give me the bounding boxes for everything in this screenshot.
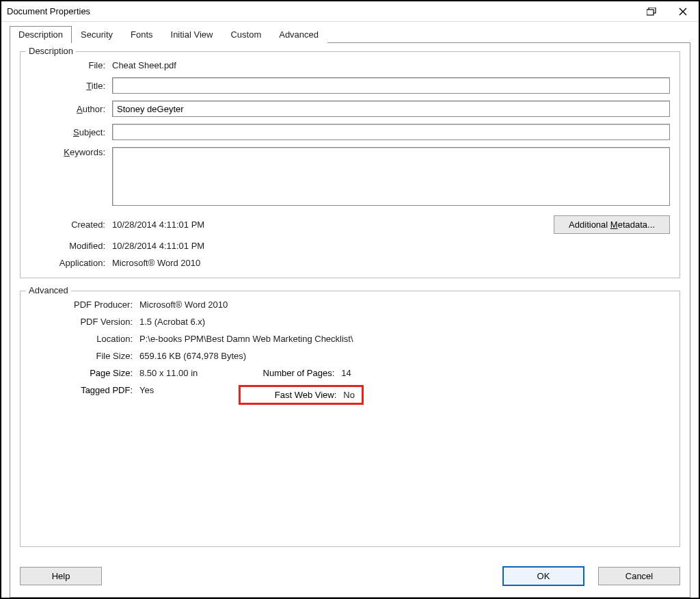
cancel-button[interactable]: Cancel	[598, 567, 680, 585]
group-description-legend: Description	[26, 46, 76, 56]
tab-custom[interactable]: Custom	[221, 26, 270, 43]
dialog-button-bar: Help OK Cancel	[20, 559, 680, 589]
svg-rect-1	[647, 10, 654, 15]
tab-description[interactable]: Description	[10, 26, 72, 43]
pagesize-label: Page Size:	[30, 368, 133, 378]
tab-strip: Description Security Fonts Initial View …	[10, 26, 690, 43]
author-label: Author:	[30, 104, 105, 114]
group-advanced: Advanced PDF Producer: Microsoft® Word 2…	[20, 291, 680, 547]
producer-label: PDF Producer:	[30, 300, 133, 310]
subject-label: Subject:	[30, 127, 105, 137]
tagged-label: Tagged PDF:	[30, 385, 133, 395]
title-input[interactable]	[112, 77, 670, 94]
tagged-value: Yes	[139, 385, 154, 395]
group-advanced-legend: Advanced	[26, 285, 71, 295]
numpages-label: Number of Pages:	[239, 368, 334, 378]
group-description: Description File: Cheat Sheet.pdf Title:…	[20, 51, 680, 278]
version-label: PDF Version:	[30, 317, 133, 327]
created-label: Created:	[30, 219, 105, 230]
restore-icon[interactable]	[636, 1, 667, 21]
subject-input[interactable]	[112, 124, 670, 140]
file-label: File:	[30, 60, 105, 70]
additional-metadata-button[interactable]: Additional Metadata...	[554, 215, 670, 234]
fastweb-label: Fast Web View:	[247, 390, 336, 400]
tab-initial-view[interactable]: Initial View	[162, 26, 222, 43]
application-label: Application:	[30, 258, 105, 268]
fastweb-value: No	[343, 390, 355, 400]
adv-right-block: Number of Pages: 14 Fast Web View: No	[239, 368, 364, 405]
tab-fonts[interactable]: Fonts	[122, 26, 162, 43]
keywords-label: Keywords:	[30, 147, 105, 157]
fast-web-view-highlight: Fast Web View: No	[239, 385, 364, 405]
location-label: Location:	[30, 334, 133, 344]
tab-advanced[interactable]: Advanced	[270, 26, 327, 43]
created-value: 10/28/2014 4:11:01 PM	[112, 219, 204, 230]
adv-left-block: Page Size: 8.50 x 11.00 in Tagged PDF: Y…	[30, 368, 198, 405]
titlebar: Document Properties	[1, 1, 699, 22]
filesize-value: 659.16 KB (674,978 Bytes)	[139, 351, 246, 361]
modified-label: Modified:	[30, 241, 105, 251]
close-icon[interactable]	[667, 1, 699, 21]
keywords-input[interactable]	[112, 147, 670, 206]
tab-security[interactable]: Security	[72, 26, 122, 43]
help-button[interactable]: Help	[20, 567, 102, 585]
modified-value: 10/28/2014 4:11:01 PM	[112, 241, 204, 251]
window-title: Document Properties	[7, 6, 636, 16]
filesize-label: File Size:	[30, 351, 133, 361]
file-value: Cheat Sheet.pdf	[112, 60, 176, 70]
ok-button[interactable]: OK	[502, 566, 584, 586]
location-value: P:\e-books PPM\Best Damn Web Marketing C…	[139, 334, 353, 344]
author-input[interactable]	[112, 101, 670, 117]
producer-value: Microsoft® Word 2010	[139, 300, 228, 310]
version-value: 1.5 (Acrobat 6.x)	[139, 317, 205, 327]
dialog-body: Description Security Fonts Initial View …	[1, 22, 699, 598]
tab-panel-description: Description File: Cheat Sheet.pdf Title:…	[10, 42, 690, 598]
window-controls	[636, 1, 699, 21]
application-value: Microsoft® Word 2010	[112, 258, 200, 268]
pagesize-value: 8.50 x 11.00 in	[139, 368, 198, 378]
numpages-value: 14	[341, 368, 351, 378]
title-label: Title:	[30, 81, 105, 91]
